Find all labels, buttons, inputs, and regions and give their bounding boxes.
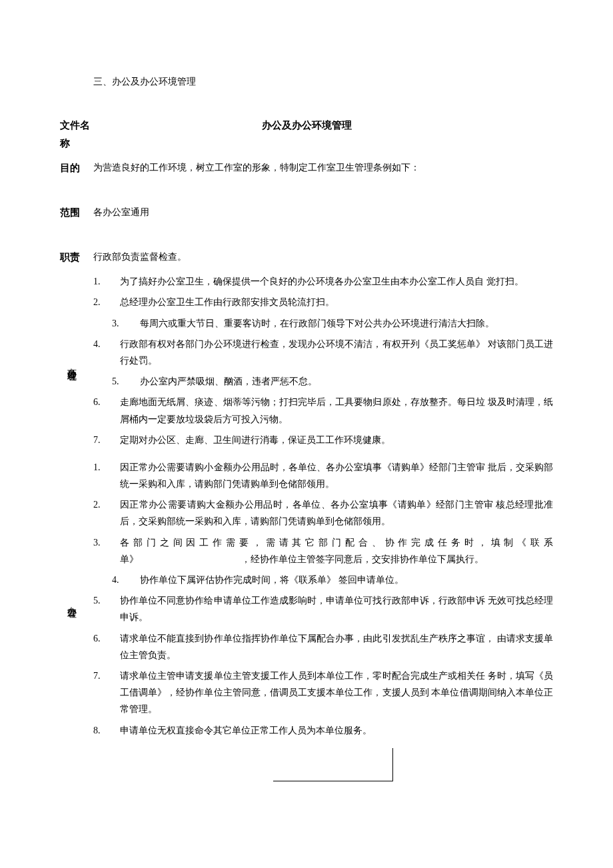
scope-row: 范围 各办公室通用	[60, 204, 553, 222]
list-text: 协作单位不同意协作给申请单位工作造成影响时，申请单位可找行政部申诉，行政部申诉 …	[120, 596, 553, 622]
section-header: 三、办公及办公环境管理	[93, 73, 553, 90]
list-item: 5.办公室内严禁吸烟、酗酒，违者严惩不怠。	[93, 373, 553, 390]
list-number: 3.	[93, 534, 112, 551]
list-item: 6.请求单位不能直接到协作单位指挥协作单位下属配合办事，由此引发扰乱生产秩序之事…	[93, 630, 553, 663]
mgmt-list: 1.因正常办公需要请购小金额办公用品时，各单位、各办公室填事《请购单》经部门主管…	[80, 459, 553, 739]
list-number: 1.	[93, 459, 112, 476]
bottom-box	[273, 748, 393, 781]
list-item: 3.每周六或重大节日、重要客访时，在行政部门领导下对公共办公环境进行清洁大扫除。	[93, 315, 553, 332]
list-text: 办公室内严禁吸烟、酗酒，违者严惩不怠。	[140, 376, 317, 386]
list-text: 总经理办公室卫生工作由行政部安排文员轮流打扫。	[120, 297, 334, 307]
list-item: 6.走廊地面无纸屑、痰迹、烟蒂等污物；打扫完毕后，工具要物归原处，存放整齐。每日…	[93, 394, 553, 427]
list-number: 4.	[112, 572, 131, 588]
responsibility-label: 职责	[60, 248, 93, 266]
list-number: 6.	[93, 630, 112, 647]
list-item: 2.总经理办公室卫生工作由行政部安排文员轮流打扫。	[93, 294, 553, 310]
list-number: 2.	[93, 294, 112, 310]
env-label: 办公环境管理	[60, 361, 80, 365]
responsibility-text: 行政部负责监督检查。	[93, 248, 553, 265]
list-number: 7.	[93, 667, 112, 684]
purpose-label: 目的	[60, 159, 93, 177]
list-text: 走廊地面无纸屑、痰迹、烟蒂等污物；打扫完毕后，工具要物归原处，存放整齐。每日垃 …	[120, 397, 553, 424]
list-number: 6.	[93, 394, 112, 410]
mgmt-label: 办公管理	[60, 600, 80, 602]
list-text: 协作单位下属评估协作完成时间，将《联系单》 签回申请单位。	[140, 575, 404, 585]
mgmt-section: 办公管理 1.因正常办公需要请购小金额办公用品时，各单位、各办公室填事《请购单》…	[60, 459, 553, 743]
list-item: 1.因正常办公需要请购小金额办公用品时，各单位、各办公室填事《请购单》经部门主管…	[93, 459, 553, 492]
list-text: 定期对办公区、走廊、卫生间进行消毒，保证员工工作环境健康。	[120, 435, 390, 445]
list-text: 各部门之间因工作需要，需请其它部门配合、协作完成任务时，填制《联系单》 ，经协作…	[120, 538, 553, 564]
list-number: 4.	[93, 336, 112, 352]
list-item: 4.协作单位下属评估协作完成时间，将《联系单》 签回申请单位。	[93, 572, 553, 588]
list-text: 因正常办公需要请购小金额办公用品时，各单位、各办公室填事《请购单》经部门主管审 …	[120, 462, 553, 489]
list-text: 申请单位无权直接命令其它单位正常工作人员为本单位服务。	[120, 725, 372, 735]
list-text: 因正常办公需要请购大金额办公用品时，各单位、各办公室填事《请购单》经部门主管审 …	[120, 500, 553, 526]
list-text: 请求单位主管申请支援单位主管支援工作人员到本单位工作，零时配合完成生产或相关任 …	[120, 671, 553, 714]
list-item: 3.各部门之间因工作需要，需请其它部门配合、协作完成任务时，填制《联系单》 ，经…	[93, 534, 553, 568]
list-number: 3.	[112, 315, 131, 332]
list-item: 5.协作单位不同意协作给申请单位工作造成影响时，申请单位可找行政部申诉，行政部申…	[93, 592, 553, 626]
list-text: 为了搞好办公室卫生，确保提供一个良好的办公环境各办公室卫生由本办公室工作人员自 …	[120, 276, 524, 286]
list-item: 7.定期对办公区、走廊、卫生间进行消毒，保证员工工作环境健康。	[93, 432, 553, 448]
env-list: 1.为了搞好办公室卫生，确保提供一个良好的办公环境各办公室卫生由本办公室工作人员…	[80, 273, 553, 448]
list-item: 7.请求单位主管申请支援单位主管支援工作人员到本单位工作，零时配合完成生产或相关…	[93, 667, 553, 718]
list-number: 2.	[93, 496, 112, 513]
list-number: 7.	[93, 432, 112, 448]
list-number: 1.	[93, 273, 112, 290]
list-number: 5.	[93, 592, 112, 609]
list-item: 4.行政部有权对各部门办公环境进行检查，发现办公环境不清洁，有权开列《员工奖惩单…	[93, 336, 553, 369]
list-item: 8.申请单位无权直接命令其它单位正常工作人员为本单位服务。	[93, 722, 553, 739]
purpose-row: 目的 为营造良好的工作环境，树立工作室的形象，特制定工作室卫生管理条例如下：	[60, 159, 553, 177]
list-text: 行政部有权对各部门办公环境进行检查，发现办公环境不清洁，有权开列《员工奖惩单》 …	[120, 339, 553, 366]
doc-name-row: 文件名称 办公及办公环境管理	[60, 117, 553, 153]
list-number: 5.	[112, 373, 131, 390]
list-text: 请求单位不能直接到协作单位指挥协作单位下属配合办事，由此引发扰乱生产秩序之事谊，…	[120, 634, 553, 660]
list-number: 8.	[93, 722, 112, 739]
scope-label: 范围	[60, 204, 93, 222]
list-item: 2.因正常办公需要请购大金额办公用品时，各单位、各办公室填事《请购单》经部门主管…	[93, 496, 553, 530]
list-item: 1.为了搞好办公室卫生，确保提供一个良好的办公环境各办公室卫生由本办公室工作人员…	[93, 273, 553, 290]
doc-name-value: 办公及办公环境管理	[93, 117, 553, 135]
responsibility-row: 职责 行政部负责监督检查。	[60, 248, 553, 266]
scope-text: 各办公室通用	[93, 204, 553, 220]
list-text: 每周六或重大节日、重要客访时，在行政部门领导下对公共办公环境进行清洁大扫除。	[140, 318, 494, 328]
env-section: 办公环境管理 1.为了搞好办公室卫生，确保提供一个良好的办公环境各办公室卫生由本…	[60, 273, 553, 452]
doc-name-label: 文件名称	[60, 117, 93, 153]
purpose-text: 为营造良好的工作环境，树立工作室的形象，特制定工作室卫生管理条例如下：	[93, 159, 553, 176]
